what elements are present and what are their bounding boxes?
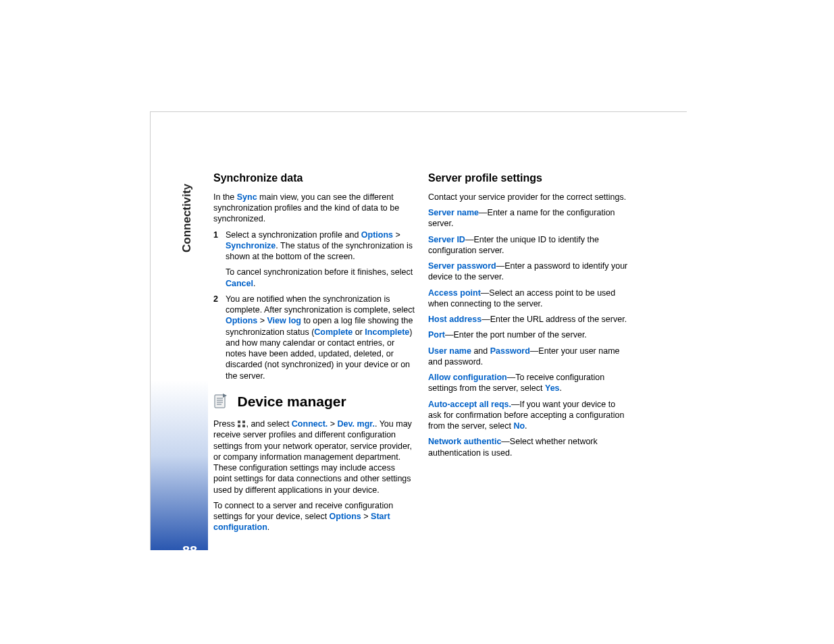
setting-port: Port—Enter the port number of the server… — [428, 329, 629, 340]
kw-synchronize: Synchronize — [226, 241, 276, 250]
kw: Auto-accept all reqs. — [428, 400, 511, 409]
text: In the — [213, 192, 237, 202]
text: —Enter the URL address of the server. — [481, 315, 627, 324]
server-profile-heading: Server profile settings — [428, 171, 629, 186]
kw: User name — [428, 346, 471, 356]
text: . You may receive server profiles and di… — [213, 419, 412, 495]
setting-server-password: Server password—Enter a password to iden… — [428, 261, 629, 283]
svg-rect-6 — [242, 421, 245, 423]
sep: > — [257, 316, 267, 325]
kw-options: Options — [226, 316, 257, 325]
svg-rect-8 — [242, 425, 245, 427]
text: or — [353, 327, 365, 337]
kw: Host address — [428, 315, 481, 324]
text: Press — [213, 419, 237, 429]
section-label: Connectivity — [180, 184, 194, 252]
page-number: 88 — [182, 543, 197, 559]
kw-dev-mgr: Dev. mgr. — [338, 419, 375, 429]
step-number: 2 — [213, 294, 218, 304]
step-1-note: To cancel synchronization before it fini… — [226, 267, 415, 289]
device-manager-p2: To connect to a server and receive confi… — [213, 500, 415, 533]
kw-sync: Sync — [237, 192, 257, 202]
step-number: 1 — [213, 230, 218, 240]
device-manager-heading: Device manager — [237, 392, 346, 410]
setting-allow-configuration: Allow configuration—To receive configura… — [428, 372, 629, 394]
kw: Allow configuration — [428, 373, 507, 382]
device-manager-p1: Press , and select Connect. > Dev. mgr..… — [213, 419, 415, 495]
sep: > — [361, 512, 371, 521]
svg-rect-7 — [238, 425, 240, 427]
sync-heading: Synchronize data — [213, 171, 415, 186]
kw: Server password — [428, 261, 496, 271]
text: . — [525, 421, 527, 431]
text: You are notified when the synchronizatio… — [226, 294, 415, 315]
kw-cancel: Cancel — [226, 279, 253, 288]
kw-options: Options — [361, 230, 393, 240]
kw: Password — [490, 346, 530, 356]
step-2: 2 You are notified when the synchronizat… — [213, 294, 415, 381]
text: Select a synchronization profile and — [226, 230, 361, 240]
kw-connect: Connect. — [292, 419, 328, 429]
server-profile-intro: Contact your service provider for the co… — [428, 192, 629, 203]
setting-access-point: Access point—Select an access point to b… — [428, 288, 629, 310]
text: —Enter the port number of the server. — [445, 330, 587, 340]
text: , and select — [246, 419, 291, 429]
setting-host-address: Host address—Enter the URL address of th… — [428, 314, 629, 325]
kw-incomplete: Incomplete — [365, 327, 409, 337]
kw: Access point — [428, 288, 481, 298]
kw: Network authentic — [428, 437, 501, 446]
kw: Server name — [428, 208, 479, 217]
step-1: 1 Select a synchronization profile and O… — [213, 230, 415, 289]
text: . — [560, 383, 562, 393]
text: . — [267, 522, 269, 532]
setting-network-authentic: Network authentic—Select whether network… — [428, 436, 629, 458]
left-column: Synchronize data In the Sync main view, … — [213, 171, 415, 538]
kw-yes: Yes — [545, 383, 560, 393]
svg-rect-5 — [238, 421, 240, 423]
text: To cancel synchronization before it fini… — [226, 267, 413, 277]
setting-server-name: Server name—Enter a name for the configu… — [428, 207, 629, 230]
sidebar-tab: Connectivity 88 — [151, 173, 208, 550]
setting-server-id: Server ID—Enter the unique ID to identif… — [428, 234, 629, 257]
kw-complete: Complete — [314, 327, 353, 337]
kw-view-log: View log — [267, 316, 301, 325]
sep: > — [328, 419, 337, 429]
text: . — [253, 279, 255, 288]
device-manager-icon — [213, 392, 228, 410]
right-column: Server profile settings Contact your ser… — [428, 171, 629, 538]
setting-auto-accept: Auto-accept all reqs.—If you want your d… — [428, 399, 629, 432]
sync-intro: In the Sync main view, you can see the d… — [213, 192, 415, 225]
kw: Port — [428, 330, 445, 340]
sync-steps: 1 Select a synchronization profile and O… — [213, 230, 415, 381]
content-area: Synchronize data In the Sync main view, … — [213, 171, 687, 538]
device-manager-heading-row: Device manager — [213, 392, 415, 410]
sep: > — [393, 230, 400, 240]
kw-options: Options — [330, 512, 361, 521]
text: and — [471, 346, 490, 356]
setting-username-password: User name and Password—Enter your user n… — [428, 346, 629, 368]
kw-no: No — [513, 421, 525, 431]
document-page: Connectivity 88 Synchronize data In the … — [150, 111, 687, 550]
kw: Server ID — [428, 235, 465, 244]
menu-key-icon — [237, 419, 246, 427]
